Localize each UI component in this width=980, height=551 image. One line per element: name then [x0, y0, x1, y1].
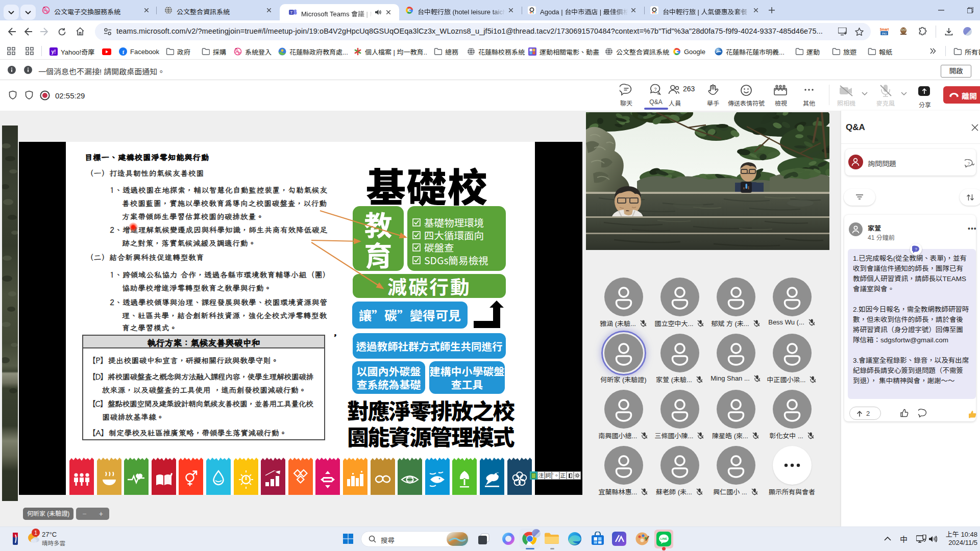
svg-text:f: f: [122, 49, 125, 55]
svg-text:?: ?: [654, 87, 656, 92]
svg-text:PKI: PKI: [882, 32, 887, 35]
svg-text:?: ?: [915, 247, 917, 252]
svg-text:y!: y!: [52, 49, 56, 55]
svg-text:LINE: LINE: [660, 537, 668, 540]
svg-text:Smart: Smart: [880, 28, 889, 31]
svg-text:T: T: [290, 10, 293, 15]
svg-text:?: ?: [968, 161, 970, 166]
